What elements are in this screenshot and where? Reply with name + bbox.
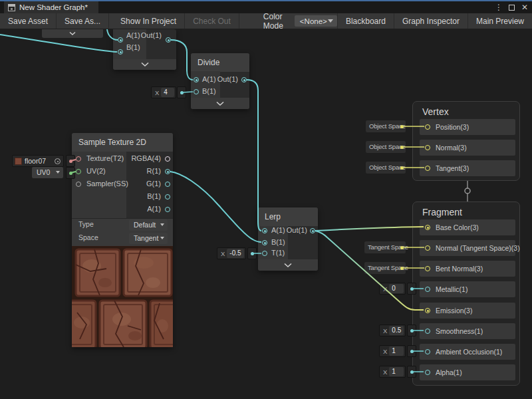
port-metallic[interactable] <box>425 287 430 292</box>
type-dropdown[interactable]: Default <box>129 219 168 231</box>
port-alpha[interactable] <box>425 370 430 375</box>
port-a[interactable] <box>262 228 267 233</box>
port-bent-normal[interactable] <box>425 266 430 271</box>
tab-title: New Shader Graph* <box>19 3 88 11</box>
space-badge-object: Object Space <box>366 162 406 174</box>
ambient-occlusion-stub <box>407 345 416 357</box>
port-a[interactable] <box>165 207 170 212</box>
port-b[interactable] <box>194 89 199 94</box>
texture-thumbnail <box>15 158 22 165</box>
collapse-chevron-icon[interactable] <box>69 32 76 35</box>
port-a[interactable] <box>194 77 199 82</box>
port-rgba-label: RGBA(4) <box>131 154 161 162</box>
collapse-chevron-icon[interactable] <box>141 63 149 66</box>
port-sampler[interactable] <box>76 182 81 187</box>
fragment-row-ambient-occlusion[interactable]: Ambient Occlusion(1) <box>420 344 515 360</box>
port-g[interactable] <box>165 182 170 187</box>
port-tangent[interactable] <box>425 166 430 171</box>
port-uv[interactable] <box>76 169 81 174</box>
fragment-row-emission[interactable]: Emission(3) <box>420 303 515 319</box>
space-dropdown[interactable]: Tangent <box>129 233 168 244</box>
divide-b-default-field[interactable]: X 4 <box>151 86 176 98</box>
space-badge-tangent: Tangent Space <box>364 241 406 253</box>
object-picker-icon[interactable] <box>55 158 61 164</box>
field-x-label: X <box>221 250 225 257</box>
chevron-down-icon <box>328 19 333 23</box>
lerp-t-default-field[interactable]: X -0.5 <box>217 247 246 259</box>
texture-preview <box>72 246 173 347</box>
port-rgba[interactable] <box>165 156 170 162</box>
color-mode-value: <None> <box>300 17 327 25</box>
ambient-occlusion-default-field[interactable]: X 1 <box>379 345 406 357</box>
chevron-down-icon <box>160 237 164 239</box>
maximize-icon[interactable] <box>509 5 515 11</box>
window-focus-accent <box>0 0 532 1</box>
alpha-stub <box>407 366 416 378</box>
fragment-context-block[interactable]: Fragment Base Color(3) Normal (Tangent S… <box>412 201 520 386</box>
port-out[interactable] <box>310 228 315 233</box>
port-emission[interactable] <box>425 308 430 313</box>
port-out[interactable] <box>166 37 171 43</box>
node-math-partial[interactable]: A(1) B(1) Out(1) <box>113 29 176 70</box>
port-position[interactable] <box>425 124 430 130</box>
port-b-label: B(1) <box>147 192 161 200</box>
graph-inspector-toggle-button[interactable]: Graph Inspector <box>394 13 467 29</box>
port-b[interactable] <box>118 49 123 55</box>
port-texture[interactable] <box>76 156 81 162</box>
shader-graph-icon <box>8 4 15 11</box>
window-menu-icon[interactable]: ⋮ <box>494 1 503 13</box>
fragment-row-bent-normal[interactable]: Bent Normal(3) <box>420 261 515 277</box>
port-base-color[interactable] <box>425 225 430 230</box>
space-label: Space <box>78 233 98 241</box>
metallic-default-field[interactable]: X 0 <box>379 283 406 295</box>
collapse-chevron-icon[interactable] <box>216 102 224 106</box>
field-value[interactable]: 4 <box>161 88 174 97</box>
port-out[interactable] <box>241 77 247 82</box>
port-b[interactable] <box>262 240 267 245</box>
fragment-row-alpha[interactable]: Alpha(1) <box>420 364 515 380</box>
fragment-row-normal[interactable]: Normal (Tangent Space)(3) <box>420 240 515 256</box>
texture-asset-field[interactable]: floor07 <box>12 155 64 167</box>
space-badge-object: Object Space <box>366 120 406 132</box>
port-b[interactable] <box>165 194 170 200</box>
port-b-label: B(1) <box>126 43 140 51</box>
port-a-label: A(1) <box>147 205 161 213</box>
node-lerp[interactable]: Lerp A(1) B(1) T(1) Out(1) <box>258 207 318 271</box>
tab-new-shader-graph[interactable]: New Shader Graph* <box>4 1 98 13</box>
node-divide[interactable]: Divide A(1) B(1) Out(1) <box>191 53 249 109</box>
fragment-row-base-color[interactable]: Base Color(3) <box>420 219 515 235</box>
vertex-row-normal[interactable]: Normal(3) <box>420 140 515 156</box>
port-smoothness[interactable] <box>425 329 430 334</box>
port-a[interactable] <box>118 37 123 43</box>
fragment-row-metallic[interactable]: Metallic(1) <box>420 281 515 297</box>
main-preview-toggle-button[interactable]: Main Preview <box>467 13 532 29</box>
port-ambient-occlusion[interactable] <box>425 349 430 354</box>
port-dot <box>410 287 414 291</box>
port-r[interactable] <box>165 169 170 174</box>
node-sample-texture-2d[interactable]: Sample Texture 2D Texture(T2) UV(2) Samp… <box>72 133 173 347</box>
alpha-default-field[interactable]: X 1 <box>379 366 406 378</box>
blackboard-toggle-button[interactable]: Blackboard <box>337 13 394 29</box>
save-as-button[interactable]: Save As... <box>57 13 109 29</box>
type-value: Default <box>134 221 156 229</box>
port-dot <box>400 246 404 249</box>
port-normal[interactable] <box>425 145 430 150</box>
fragment-row-smoothness[interactable]: Smoothness(1) <box>420 323 515 339</box>
port-t[interactable] <box>262 251 267 256</box>
uv-channel-dropdown[interactable]: UV0 <box>32 167 63 178</box>
smoothness-default-field[interactable]: X 0.5 <box>379 325 406 336</box>
vertex-context-block[interactable]: Vertex Position(3) Normal(3) Tangent(3) <box>412 101 520 181</box>
vertex-row-position[interactable]: Position(3) <box>420 119 515 135</box>
port-normal-ts[interactable] <box>425 245 430 251</box>
collapse-chevron-icon[interactable] <box>284 263 292 267</box>
space-value: Tangent <box>134 234 158 242</box>
save-asset-button[interactable]: Save Asset <box>0 13 57 29</box>
show-in-project-button[interactable]: Show In Project <box>112 13 185 29</box>
port-dot <box>410 329 414 332</box>
field-value[interactable]: -0.5 <box>227 249 244 258</box>
vertex-row-tangent[interactable]: Tangent(3) <box>420 160 515 176</box>
close-icon[interactable]: ✕ <box>520 1 529 13</box>
color-mode-dropdown[interactable]: <None> <box>295 15 337 27</box>
node-clipped-footer[interactable] <box>42 29 103 38</box>
port-uv-label: UV(2) <box>86 167 106 175</box>
